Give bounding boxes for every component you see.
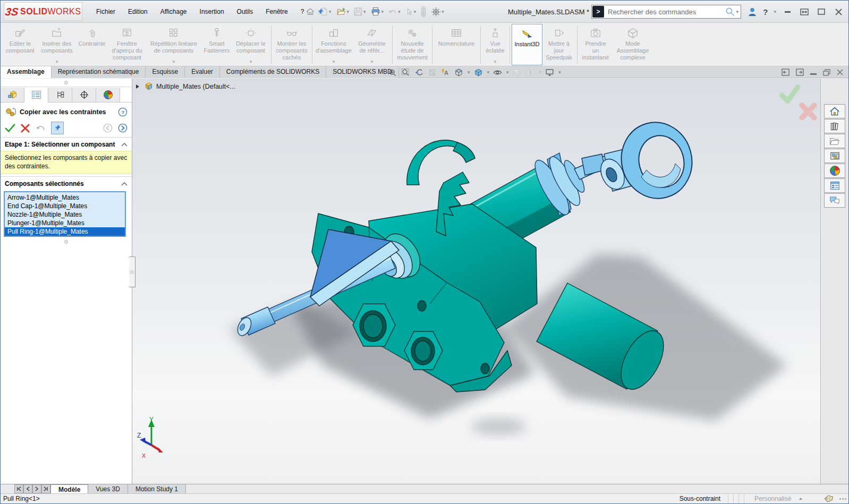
- ribbon-button-inserer-des-composants[interactable]: Insérer des composants▾: [38, 24, 76, 65]
- search-dropdown-icon[interactable]: ▾: [736, 9, 738, 14]
- ribbon-button-editer-le-composant[interactable]: Editer le composant: [3, 24, 38, 65]
- resize-grip[interactable]: [839, 498, 846, 500]
- maximize-button[interactable]: [816, 6, 827, 17]
- ok-check-icon[interactable]: [5, 123, 15, 133]
- search-icon[interactable]: [725, 6, 735, 17]
- titlebar-help[interactable]: ?: [763, 7, 768, 16]
- next-page-icon[interactable]: [118, 123, 128, 133]
- list-item[interactable]: Nozzle-1@Multiple_Mates: [5, 210, 125, 219]
- keep-visible-pin-button[interactable]: [51, 122, 64, 134]
- ribbon-button-deplacer-le-composant[interactable]: Déplacer le composant▾: [232, 24, 269, 65]
- list-item-selected[interactable]: Pull Ring-1@Multiple_Mates: [5, 227, 125, 236]
- tab-complements-solidworks[interactable]: Compléments de SOLIDWORKS: [220, 66, 326, 78]
- view-orientation-icon[interactable]: [454, 67, 464, 78]
- open-dropdown-icon[interactable]: ▾: [347, 9, 350, 14]
- tab-dimxpert-manager[interactable]: [72, 88, 96, 102]
- pull-ring-assembly[interactable]: [574, 114, 700, 206]
- display-style-icon[interactable]: [473, 67, 483, 78]
- menu-edition[interactable]: Edition: [123, 6, 153, 18]
- expand-triangle-icon[interactable]: [135, 84, 140, 89]
- dynamic-annotations-icon[interactable]: A: [440, 67, 451, 78]
- ribbon-button-geometrie-de-reference[interactable]: Géométrie de référ...▾: [353, 24, 390, 65]
- nav-first-icon[interactable]: [14, 484, 23, 493]
- tab-modele[interactable]: Modèle: [50, 484, 88, 493]
- unit-dropdown-icon[interactable]: [799, 497, 803, 500]
- ribbon-button-mode-assemblage-complexe[interactable]: Mode Assemblage complexe: [612, 24, 653, 65]
- ribbon-button-vue-eclatee[interactable]: Vue éclatée▾: [482, 24, 508, 65]
- tab-representation-schematique[interactable]: Représentation schématique: [52, 66, 146, 78]
- restore-button[interactable]: [799, 6, 810, 17]
- list-resize-handle[interactable]: [1, 240, 132, 244]
- doc-close-icon[interactable]: [837, 69, 843, 75]
- ribbon-button-fenetre-apercu[interactable]: Fenêtre d'aperçu du composant: [108, 24, 146, 65]
- tab-property-manager[interactable]: [24, 88, 48, 102]
- hide-show-dropdown-icon[interactable]: ▾: [506, 70, 509, 75]
- tab-display-manager[interactable]: [96, 88, 120, 102]
- ribbon-button-nouvelle-etude-de-mouvement[interactable]: Nouvelle étude de mouvement: [394, 24, 430, 65]
- list-item[interactable]: End Cap-1@Multiple_Mates: [5, 202, 125, 210]
- help-dropdown-icon[interactable]: ▾: [774, 9, 776, 14]
- help-icon[interactable]: ?: [118, 107, 128, 117]
- hide-show-items-icon[interactable]: [493, 67, 503, 78]
- options-dropdown-icon[interactable]: ▾: [442, 9, 444, 14]
- taskpane-appearances-button[interactable]: [824, 164, 845, 178]
- taskpane-view-palette-button[interactable]: [824, 149, 845, 163]
- display-style-dropdown-icon[interactable]: ▾: [487, 70, 490, 75]
- menu-affichage[interactable]: Affichage: [155, 6, 192, 18]
- ribbon-button-repetition-lineaire[interactable]: Répétition linéaire de composants▾: [146, 24, 201, 65]
- step1-section-header[interactable]: Etape 1: Sélectionner un composant: [1, 138, 132, 151]
- zoom-to-fit-icon[interactable]: [387, 67, 397, 78]
- options-button[interactable]: ▾: [429, 4, 446, 19]
- tag-icon[interactable]: [823, 494, 834, 503]
- graphics-area[interactable]: Multiple_Mates (Default<... Y Z X: [132, 79, 821, 484]
- ribbon-button-mettre-a-jour-speedpak[interactable]: Mettre à jour Speedpak: [542, 24, 575, 65]
- menu-insertion[interactable]: Insertion: [194, 6, 230, 18]
- confirm-ok-icon[interactable]: [778, 83, 801, 104]
- ribbon-button-smart-fasteners[interactable]: Smart Fasteners: [201, 24, 232, 65]
- cancel-x-icon[interactable]: [21, 124, 30, 133]
- ribbon-button-prendre-un-instantane[interactable]: Prendre un instantané: [579, 24, 612, 65]
- tab-motion-study-1[interactable]: Motion Study 1: [128, 484, 186, 493]
- zoom-to-area-icon[interactable]: [401, 67, 411, 78]
- panel-top-splitter[interactable]: [1, 79, 132, 87]
- nav-previous-icon[interactable]: [23, 484, 32, 493]
- home-button[interactable]: [303, 4, 317, 19]
- tab-esquisse[interactable]: Esquisse: [146, 66, 185, 78]
- assembly-3d-model[interactable]: [132, 79, 821, 484]
- pane-left-icon[interactable]: [782, 69, 789, 76]
- print-button[interactable]: ▾: [369, 4, 386, 19]
- open-button[interactable]: ▾: [334, 4, 351, 19]
- menu-fichier[interactable]: Fichier: [91, 6, 121, 18]
- ribbon-button-fonctions-assemblage[interactable]: Fonctions d'assemblage▾: [314, 24, 353, 65]
- taskpane-file-explorer-button[interactable]: [824, 134, 845, 148]
- selected-components-header[interactable]: Composants sélectionnés: [1, 177, 132, 190]
- nav-last-icon[interactable]: [41, 484, 50, 493]
- tab-vues-3d[interactable]: Vues 3D: [88, 484, 128, 493]
- minimize-button[interactable]: [782, 6, 793, 17]
- tab-configuration-manager[interactable]: [48, 88, 72, 102]
- pane-right-icon[interactable]: [796, 69, 804, 76]
- close-button[interactable]: [833, 6, 844, 17]
- collapse-chevron-icon[interactable]: [121, 182, 128, 186]
- print-dropdown-icon[interactable]: ▾: [381, 9, 384, 14]
- taskpane-forum-button[interactable]: [824, 193, 845, 208]
- taskpane-custom-properties-button[interactable]: [824, 178, 845, 193]
- doc-minimize-icon[interactable]: [810, 73, 817, 75]
- flyout-feature-tree[interactable]: Multiple_Mates (Default<...: [135, 82, 235, 91]
- status-unit-system[interactable]: Personnalisé: [749, 495, 823, 502]
- list-item[interactable]: Plunger-1@Multiple_Mates: [5, 219, 125, 227]
- panel-splitter-handle[interactable]: [129, 257, 135, 287]
- menu-outils[interactable]: Outils: [232, 6, 259, 18]
- nav-next-icon[interactable]: [32, 484, 41, 493]
- ribbon-button-nomenclature[interactable]: Nomenclature: [434, 24, 479, 65]
- view-settings-icon[interactable]: [545, 67, 555, 78]
- list-item[interactable]: Arrow-1@Multiple_Mates: [5, 193, 125, 202]
- taskpane-design-library-button[interactable]: [824, 119, 845, 133]
- tab-assemblage[interactable]: Assemblage: [1, 66, 52, 78]
- menu-fenetre[interactable]: Fenêtre: [260, 6, 293, 18]
- selected-components-list[interactable]: Arrow-1@Multiple_Mates End Cap-1@Multipl…: [4, 191, 126, 237]
- collapse-chevron-icon[interactable]: [121, 142, 128, 147]
- ribbon-button-instant3d[interactable]: Instant3D: [512, 24, 542, 65]
- tab-feature-manager[interactable]: [1, 88, 24, 102]
- tab-evaluer[interactable]: Evaluer: [185, 66, 220, 78]
